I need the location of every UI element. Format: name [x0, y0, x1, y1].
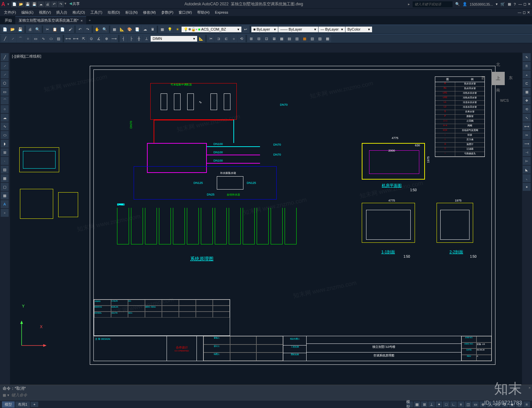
user-icon[interactable]: 👤 [463, 2, 467, 6]
dim10-icon[interactable]: ╫ [135, 35, 143, 42]
rotate-icon[interactable]: ⟲ [523, 105, 531, 113]
dim8-icon[interactable]: ┤ [120, 35, 127, 42]
menu-draw[interactable]: 绘图(D) [106, 9, 122, 16]
fillet-icon[interactable]: ◟ [523, 174, 531, 182]
wcs-label[interactable]: WCS [500, 98, 509, 102]
offset-icon[interactable]: ⊏ [523, 79, 531, 87]
dim3-icon[interactable]: ⇱ [80, 35, 87, 42]
spline2-icon[interactable]: ∿ [1, 122, 9, 130]
layer-sun-icon[interactable]: ☀ [174, 26, 181, 33]
move-icon[interactable]: ✥ [523, 96, 531, 104]
menu-tools[interactable]: 工具(T) [88, 9, 104, 16]
trim-icon[interactable]: ✂ [523, 131, 531, 139]
status-tr-icon[interactable]: ◫ [465, 401, 471, 407]
maximize-icon[interactable]: ◻ [523, 2, 526, 6]
rect2-icon[interactable]: ▭ [1, 88, 9, 96]
arc-icon[interactable]: ⌒ [17, 35, 24, 42]
app-logo[interactable]: A [1, 1, 5, 7]
table-icon[interactable]: ▦ [1, 192, 9, 200]
layout-add-icon[interactable]: + [31, 402, 38, 407]
command-input[interactable] [11, 393, 529, 397]
doc-restore-icon[interactable]: ◻ [523, 10, 526, 15]
save-icon[interactable]: 💾 [17, 26, 24, 33]
mod1-icon[interactable]: ✂ [207, 35, 214, 42]
copy-icon[interactable]: 📋 [51, 26, 59, 33]
status-otrack-icon[interactable]: ∟ [450, 401, 457, 407]
menu-modify[interactable]: 修改(M) [141, 9, 158, 16]
undo-icon[interactable]: ↶ [76, 26, 83, 33]
tp-icon[interactable]: 🎨 [126, 26, 133, 33]
doc-close-icon[interactable]: ✕ [527, 10, 530, 15]
circle2-icon[interactable]: ○ [1, 105, 9, 113]
menu-help[interactable]: 帮助(H) [195, 9, 211, 16]
ins10-icon[interactable]: ▨ [316, 35, 324, 42]
color-dropdown[interactable]: ■ ByLayer▾ [251, 27, 278, 32]
viewcube[interactable]: 上 北 南 东 西 [479, 59, 515, 96]
minimize-icon[interactable]: — [518, 2, 522, 6]
ins8-icon[interactable]: ▦ [301, 35, 308, 42]
command-line[interactable]: ▦▾ [0, 392, 532, 398]
mod5-icon[interactable]: ⟲ [238, 35, 245, 42]
ellipse2-icon[interactable]: ⬭ [1, 131, 9, 139]
cart-icon[interactable]: 🛒 [500, 2, 505, 6]
qat-save-icon[interactable]: 💾 [25, 1, 31, 7]
ellipsearc-icon[interactable]: ◗ [1, 140, 9, 148]
paste-icon[interactable]: 📄 [59, 26, 66, 33]
doc-minimize-icon[interactable]: — [518, 10, 521, 14]
status-cust-icon[interactable]: ≡ [523, 401, 530, 407]
lineweight-dropdown[interactable]: — ByLayer▾ [319, 27, 345, 32]
hatch-icon[interactable]: ▨ [55, 35, 62, 42]
dc-icon[interactable]: 📐 [118, 26, 126, 33]
markup-icon[interactable]: ☁ [141, 26, 149, 33]
status-grid-icon[interactable]: ▦ [414, 401, 420, 407]
qat-web-icon[interactable]: ☁ [38, 1, 44, 7]
status-model-icon[interactable]: 模型 [406, 401, 413, 407]
user-name[interactable]: 1505999135... [470, 2, 493, 6]
menu-express[interactable]: Express [213, 10, 230, 15]
menu-edit[interactable]: 编辑(E) [19, 9, 36, 16]
menu-dimension[interactable]: 标注(N) [123, 9, 140, 16]
cut-icon[interactable]: ✂ [44, 26, 51, 33]
dim5-icon[interactable]: ∡ [95, 35, 102, 42]
dim2-icon[interactable]: ⟷ [72, 35, 79, 42]
hatch2-icon[interactable]: ▨ [1, 166, 9, 174]
line-icon[interactable]: ╱ [1, 35, 9, 42]
status-qp-icon[interactable]: ▭ [472, 401, 479, 407]
dim6-icon[interactable]: ⊕ [103, 35, 110, 42]
layout1-tab[interactable]: 布局1 [15, 401, 30, 408]
ins3-icon[interactable]: ⊡ [263, 35, 270, 42]
qat-new-icon[interactable]: 📄 [11, 1, 17, 7]
preview-icon[interactable]: 🔍 [34, 26, 41, 33]
qat-undo-icon[interactable]: ↶ [51, 1, 57, 7]
model-tab[interactable]: 模型 [2, 401, 15, 408]
stretch-icon[interactable]: ⟷ [523, 122, 531, 130]
tool19-icon[interactable]: ▫ [1, 209, 9, 217]
menu-file[interactable]: 文件(F) [2, 9, 18, 16]
pline2-icon[interactable]: ⟋ [1, 70, 9, 78]
dim1-icon[interactable]: ⟷ [65, 35, 72, 42]
line2-icon[interactable]: ╱ [1, 53, 9, 61]
zoom-icon[interactable]: 🔍 [101, 26, 108, 33]
status-snap-icon[interactable]: ⊞ [421, 401, 428, 407]
ins11-icon[interactable]: ▩ [324, 35, 331, 42]
tab-close-icon[interactable]: × [80, 19, 82, 23]
dim7-icon[interactable]: ⟶ [110, 35, 118, 42]
ins7-icon[interactable]: ▥ [293, 35, 301, 42]
menu-parametric[interactable]: 参数(P) [159, 9, 176, 16]
ins4-icon[interactable]: ⊠ [270, 35, 278, 42]
block-icon[interactable]: ⊞ [1, 148, 9, 156]
tab-new-icon[interactable]: + [86, 17, 93, 24]
menu-window[interactable]: 窗口(W) [177, 9, 194, 16]
status-polar-icon[interactable]: ✦ [436, 401, 442, 407]
open-icon[interactable]: 📂 [9, 26, 16, 33]
linetype-dropdown[interactable]: —— ByLayer▾ [278, 27, 318, 32]
viewport-label[interactable]: [-][俯视][二维线框] [12, 54, 41, 59]
drawing-canvas[interactable]: [-][俯视][二维线框] 图例 R热水供水管 Rc热水回水管 LR1冷热水供水… [10, 53, 522, 385]
help-icon[interactable]: ? [514, 2, 516, 6]
dim4-icon[interactable]: ⊙ [87, 35, 95, 42]
dim11-icon[interactable]: ⊥ [143, 35, 150, 42]
scale-icon[interactable]: ⤡ [523, 114, 531, 122]
app-icon[interactable]: ▦ [508, 2, 511, 6]
ellipse-icon[interactable]: ⬭ [47, 35, 55, 42]
tab-start[interactable]: 开始 [1, 17, 15, 24]
